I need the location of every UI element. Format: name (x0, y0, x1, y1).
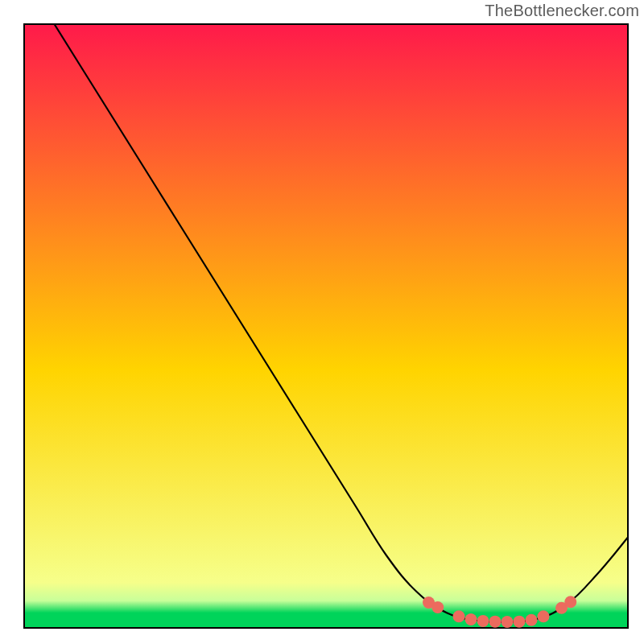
gradient-background (24, 24, 628, 628)
data-marker (564, 596, 576, 608)
data-marker (538, 610, 550, 622)
watermark-label: TheBottlenecker.com (485, 2, 639, 20)
chart-stage: TheBottlenecker.com (0, 0, 644, 644)
bottleneck-chart (0, 0, 644, 644)
data-marker (502, 616, 514, 628)
data-marker (431, 601, 444, 613)
data-marker (526, 614, 538, 626)
data-marker (489, 616, 502, 628)
data-marker (453, 610, 465, 622)
data-marker (514, 616, 526, 628)
data-marker (477, 615, 489, 627)
data-marker (465, 613, 477, 625)
